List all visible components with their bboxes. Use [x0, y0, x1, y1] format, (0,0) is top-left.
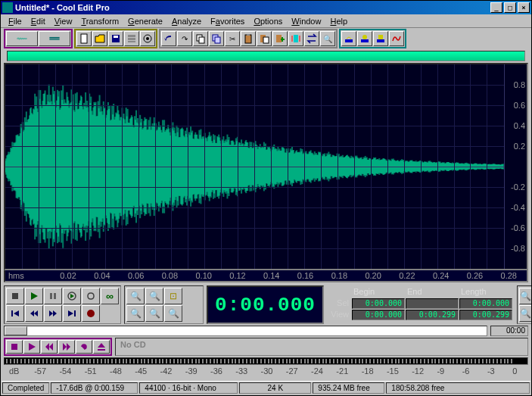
fav-3-button[interactable] [373, 31, 388, 46]
svg-rect-13 [199, 37, 204, 43]
svg-rect-33 [11, 310, 13, 316]
menu-edit[interactable]: Edit [26, 16, 50, 27]
fav-1-button[interactable] [341, 31, 356, 46]
menu-transform[interactable]: Transform [76, 16, 123, 27]
sel-end[interactable] [406, 298, 459, 309]
zoom-in-left-button[interactable]: 🔍 [145, 305, 163, 322]
svg-rect-19 [263, 37, 269, 43]
paste-button[interactable] [241, 31, 256, 46]
view-length[interactable]: 0:00.299 [459, 310, 512, 320]
svg-rect-15 [215, 37, 220, 43]
toggle-toolbars-button[interactable] [124, 31, 139, 46]
cut-button[interactable]: ✂ [225, 31, 240, 46]
menu-favorites[interactable]: Favorites [206, 16, 249, 27]
menu-generate[interactable]: Generate [123, 16, 167, 27]
minimize-button[interactable]: _ [490, 2, 502, 13]
view-end[interactable]: 0:00.299 [406, 310, 459, 320]
svg-rect-21 [294, 35, 298, 42]
menu-options[interactable]: Options [249, 16, 287, 27]
svg-rect-20 [276, 35, 282, 42]
effects-button[interactable]: 🔍 [320, 31, 335, 46]
svg-rect-4 [81, 34, 87, 43]
row-sel-label: Sel [328, 298, 351, 309]
record-button[interactable] [82, 305, 100, 322]
skip-end-button[interactable] [63, 305, 81, 322]
vzoom-out-button[interactable]: 🔍 [519, 305, 532, 322]
waveform-grid [5, 64, 504, 269]
pause-button[interactable] [44, 288, 62, 304]
cd-row: No CD [4, 338, 528, 356]
zoom-sel-button[interactable]: 🔍 [126, 305, 145, 322]
level-meter[interactable] [4, 357, 528, 365]
stop-button[interactable] [6, 288, 24, 304]
cd-stop-button[interactable] [6, 340, 23, 354]
open-file-button[interactable] [92, 31, 107, 46]
menu-window[interactable]: Window [287, 16, 325, 27]
sel-length[interactable]: 0:00.000 [459, 298, 512, 309]
multitrack-view-button[interactable] [39, 31, 70, 46]
time-ruler[interactable]: hms0.020.040.060.080.100.120.140.160.180… [4, 270, 528, 282]
selection-view-panel: Begin End Length Sel 0:00.000 0:00.000 V… [327, 285, 514, 324]
undo-button[interactable] [161, 31, 176, 46]
waveform-view-button[interactable] [6, 31, 38, 46]
new-file-button[interactable] [76, 31, 92, 46]
rewind-button[interactable] [25, 305, 43, 322]
play-infinite-button[interactable]: ∞ [101, 288, 119, 304]
zoom-full-button[interactable]: ⊡ [164, 288, 182, 304]
skip-start-button[interactable] [6, 305, 24, 322]
svg-rect-16 [245, 35, 251, 43]
convert-button[interactable] [304, 31, 319, 46]
status-size: 24 K [239, 382, 311, 394]
mix-paste-button[interactable] [272, 31, 288, 46]
zoom-out-button[interactable]: 🔍 [145, 288, 163, 304]
menu-file[interactable]: File [4, 16, 26, 27]
svg-rect-25 [361, 39, 369, 42]
cd-repeat-button[interactable] [76, 340, 92, 354]
fav-4-button[interactable] [389, 31, 404, 46]
svg-rect-36 [98, 349, 105, 351]
transport-row: ∞ 🔍 🔍 ⊡ 🔍 🔍 🔍 0:00.000 Begin End Length … [4, 285, 528, 324]
time-display[interactable]: 0:00.000 [207, 285, 324, 324]
sel-begin[interactable]: 0:00.000 [352, 298, 405, 309]
cd-eject-button[interactable] [93, 340, 110, 354]
menu-view[interactable]: View [50, 16, 77, 27]
menu-bar: File Edit View Transform Generate Analyz… [1, 14, 531, 28]
settings-button[interactable] [140, 31, 155, 46]
amplitude-scale: 0.80.60.40.2-0.2-0.4-0.6-0.8 [504, 64, 527, 269]
svg-rect-27 [377, 39, 384, 42]
fav-2-button[interactable] [357, 31, 372, 46]
play-to-end-button[interactable] [63, 288, 81, 304]
copy-button[interactable] [193, 31, 208, 46]
menu-help[interactable]: Help [325, 16, 352, 27]
vzoom-in-button[interactable]: 🔍 [519, 288, 532, 304]
trim-button[interactable] [288, 31, 303, 46]
col-end: End [406, 287, 459, 298]
toolbar-edit-group: ↷ ✂ 🔍 [159, 29, 338, 48]
zoom-in-button[interactable]: 🔍 [126, 288, 145, 304]
close-button[interactable]: × [518, 2, 530, 13]
toolbar-view-group [4, 29, 73, 48]
redo-button[interactable]: ↷ [177, 31, 192, 46]
view-begin[interactable]: 0:00.000 [352, 310, 405, 320]
menu-analyze[interactable]: Analyze [167, 16, 206, 27]
forward-button[interactable] [44, 305, 62, 322]
save-file-button[interactable] [108, 31, 123, 46]
col-length: Length [459, 287, 512, 298]
status-bar: Completed -17.6dB @ 0:00.159 44100 · 16-… [2, 381, 530, 394]
zoom-in-right-button[interactable]: 🔍 [164, 305, 182, 322]
play-button[interactable] [25, 288, 43, 304]
position-slider[interactable] [4, 326, 487, 336]
cd-play-button[interactable] [23, 340, 40, 354]
svg-rect-1 [49, 37, 59, 38]
svg-rect-34 [74, 310, 76, 316]
waveform-overview[interactable] [7, 51, 525, 61]
maximize-button[interactable]: □ [504, 2, 516, 13]
paste-new-button[interactable] [257, 31, 272, 46]
toolbar-favorites-group [339, 29, 406, 48]
cd-prev-button[interactable] [41, 340, 58, 354]
db-scale: dB-57-54-51-48-45-42-39-36-33-30-27-24-2… [4, 366, 528, 376]
copy-new-button[interactable] [209, 31, 224, 46]
waveform-display[interactable] [5, 64, 504, 269]
cd-next-button[interactable] [58, 340, 75, 354]
play-loop-button[interactable] [82, 288, 100, 304]
